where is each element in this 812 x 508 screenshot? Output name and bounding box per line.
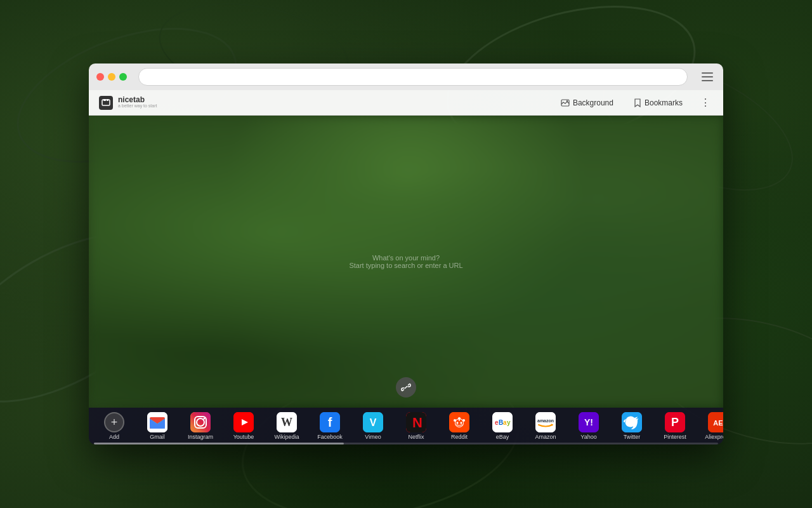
shortcut-label-wikipedia: Wikipedia xyxy=(274,434,299,440)
shortcut-label-youtube: Youtube xyxy=(233,434,254,440)
toolbar-actions: Background Bookmarks ⋮ xyxy=(556,95,713,110)
bookmarks-button[interactable]: Bookmarks xyxy=(629,96,688,110)
svg-text:N: N xyxy=(412,415,422,431)
bookmarks-icon xyxy=(634,98,641,107)
logo-tagline: a better way to start xyxy=(118,104,157,109)
shortcut-label-reddit: Reddit xyxy=(451,434,468,440)
svg-text:W: W xyxy=(281,416,292,429)
aliexpress-icon: AE xyxy=(708,412,723,432)
menu-line xyxy=(702,76,713,77)
shortcut-netflix[interactable]: N Netflix xyxy=(396,410,436,443)
shortcut-amazon[interactable]: amazon Amazon xyxy=(525,410,566,443)
facebook-icon: f xyxy=(320,412,340,432)
main-content: What's on your mind? Start typing to sea… xyxy=(89,116,723,408)
shortcut-label-aliexpress: Aliexpress xyxy=(705,434,723,440)
center-text-line1: What's on your mind? xyxy=(349,254,462,262)
reddit-icon xyxy=(449,412,469,432)
logo-area: nicetab a better way to start xyxy=(99,96,157,110)
gmail-icon xyxy=(147,412,167,432)
vimeo-svg: V xyxy=(363,412,383,432)
title-bar xyxy=(89,64,723,90)
pinterest-svg: P xyxy=(665,412,685,432)
yahoo-svg: Y! xyxy=(579,412,599,432)
svg-text:Y!: Y! xyxy=(584,417,593,427)
shortcut-instagram[interactable]: Instagram xyxy=(180,410,221,443)
svg-text:V: V xyxy=(370,417,377,428)
amazon-icon: amazon xyxy=(535,412,556,432)
reddit-svg xyxy=(449,412,469,432)
ebay-svg: e B a y xyxy=(492,412,513,432)
bookmarks-label: Bookmarks xyxy=(645,98,683,107)
shortcut-facebook[interactable]: f Facebook xyxy=(310,410,350,443)
shortcut-gmail[interactable]: Gmail xyxy=(137,410,178,443)
shortcut-twitter[interactable]: Twitter xyxy=(612,410,652,443)
facebook-svg: f xyxy=(320,412,340,432)
close-button[interactable] xyxy=(96,73,104,81)
url-bar[interactable] xyxy=(138,68,688,86)
aliexpress-svg: AE xyxy=(708,412,723,432)
shortcut-label-gmail: Gmail xyxy=(150,434,165,440)
shortcut-label-pinterest: Pinterest xyxy=(664,434,686,440)
ebay-icon: e B a y xyxy=(492,412,513,432)
svg-point-23 xyxy=(457,422,459,424)
link-button[interactable] xyxy=(396,377,416,398)
nicetab-logo-svg xyxy=(102,98,110,107)
amazon-svg: amazon xyxy=(535,412,556,432)
shortcut-yahoo[interactable]: Y! Yahoo xyxy=(568,410,609,443)
menu-button[interactable] xyxy=(699,70,716,84)
svg-text:P: P xyxy=(671,416,679,429)
logo-name: nicetab xyxy=(118,96,157,104)
background-icon xyxy=(561,98,570,107)
shortcut-youtube[interactable]: Youtube xyxy=(223,410,264,443)
svg-point-24 xyxy=(461,422,462,424)
toolbar: nicetab a better way to start Background… xyxy=(89,90,723,116)
svg-rect-1 xyxy=(103,99,106,101)
minimize-button[interactable] xyxy=(108,73,115,81)
shortcut-ebay[interactable]: e B a y eBay xyxy=(482,410,523,443)
shortcut-pinterest[interactable]: P Pinterest xyxy=(655,410,695,443)
svg-point-4 xyxy=(566,100,568,101)
twitter-svg xyxy=(622,412,642,432)
scroll-indicator xyxy=(94,443,718,444)
browser-window: nicetab a better way to start Background… xyxy=(89,64,723,444)
shortcut-label-ebay: eBay xyxy=(496,434,509,440)
shortcut-label-instagram: Instagram xyxy=(188,434,213,440)
shortcut-reddit[interactable]: Reddit xyxy=(439,410,480,443)
shortcut-label-add: Add xyxy=(109,434,119,440)
logo-text: nicetab a better way to start xyxy=(118,96,157,109)
more-button[interactable]: ⋮ xyxy=(698,95,713,110)
svg-point-25 xyxy=(458,417,461,420)
shortcut-label-vimeo: Vimeo xyxy=(365,434,381,440)
background-label: Background xyxy=(573,98,613,107)
scroll-thumb xyxy=(94,443,344,444)
shortcut-label-amazon: Amazon xyxy=(535,434,556,440)
maximize-button[interactable] xyxy=(119,73,127,81)
wikipedia-icon: W xyxy=(277,412,297,432)
link-icon xyxy=(401,382,411,392)
wikipedia-svg: W xyxy=(277,412,297,432)
logo-icon xyxy=(99,96,113,110)
svg-rect-6 xyxy=(190,412,211,432)
instagram-svg xyxy=(190,412,211,432)
background-button[interactable]: Background xyxy=(556,96,619,110)
svg-text:amazon: amazon xyxy=(537,418,554,423)
shortcuts-bar: + Add Gmail xyxy=(89,408,723,444)
shortcut-label-yahoo: Yahoo xyxy=(580,434,596,440)
svg-text:AE: AE xyxy=(713,419,723,427)
shortcut-aliexpress[interactable]: AE Aliexpress xyxy=(698,410,723,443)
shortcut-label-facebook: Facebook xyxy=(317,434,343,440)
pinterest-icon: P xyxy=(665,412,685,432)
yahoo-icon: Y! xyxy=(579,412,599,432)
vimeo-icon: V xyxy=(363,412,383,432)
instagram-icon xyxy=(190,412,211,432)
center-text: What's on your mind? Start typing to sea… xyxy=(349,254,462,269)
add-icon: + xyxy=(104,412,124,432)
shortcut-add[interactable]: + Add xyxy=(94,410,134,443)
shortcut-wikipedia[interactable]: W Wikipedia xyxy=(266,410,307,443)
shortcut-label-twitter: Twitter xyxy=(624,434,641,440)
gmail-svg xyxy=(147,412,167,432)
netflix-svg: N xyxy=(406,412,426,432)
twitter-icon xyxy=(622,412,642,432)
svg-rect-2 xyxy=(107,99,108,101)
shortcut-vimeo[interactable]: V Vimeo xyxy=(353,410,393,443)
